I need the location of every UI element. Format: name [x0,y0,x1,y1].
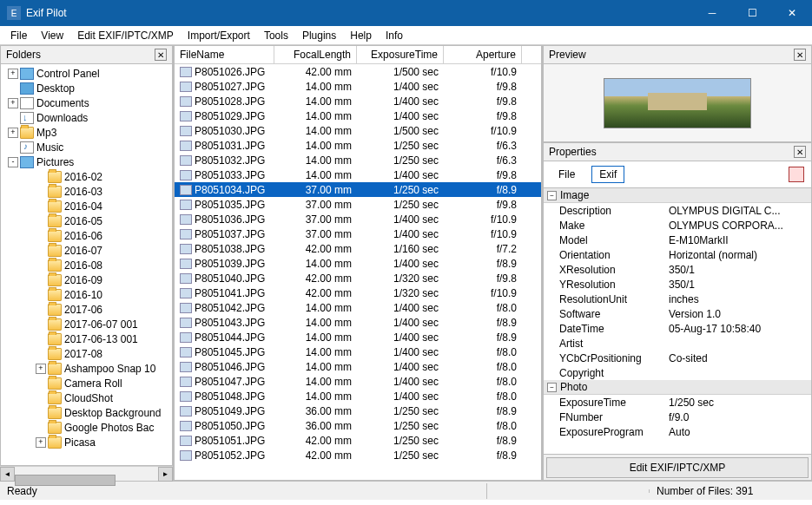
tree-item[interactable]: Downloads [1,110,172,125]
minimize-button[interactable]: ─ [692,0,732,26]
file-row[interactable]: P8051032.JPG14.00 mm1/250 secf/6.3 [175,153,541,167]
property-row[interactable]: XResolution350/1 [544,262,811,277]
folders-close-icon[interactable]: ✕ [155,49,167,61]
tree-item[interactable]: Google Photos Bac [1,420,172,435]
expand-icon[interactable]: + [8,128,18,138]
menu-import-export[interactable]: Import/Export [181,28,257,43]
property-category[interactable]: −Image [544,188,811,203]
tree-item[interactable]: Desktop Background [1,405,172,420]
file-row[interactable]: P8051036.JPG37.00 mm1/400 secf/10.9 [175,212,541,226]
expand-icon[interactable]: + [36,364,46,374]
file-row[interactable]: P8051026.JPG42.00 mm1/500 secf/10.9 [175,64,541,79]
edit-exif-button[interactable]: Edit EXIF/IPTC/XMP [546,457,809,478]
tree-item[interactable]: 2016-09 [1,272,172,287]
maximize-button[interactable]: ☐ [732,0,772,26]
property-row[interactable]: ExposureProgramAuto [544,424,811,439]
scroll-left-icon[interactable]: ◄ [0,467,15,482]
folder-tree[interactable]: +Control PanelDesktop+DocumentsDownloads… [0,64,173,466]
menu-file[interactable]: File [3,28,34,43]
expand-icon[interactable]: + [36,437,46,448]
props-tab-exif[interactable]: Exif [591,166,624,183]
tree-item[interactable]: Camera Roll [1,376,172,390]
file-row[interactable]: P8051035.JPG37.00 mm1/250 secf/9.8 [175,197,541,212]
file-row[interactable]: P8051044.JPG14.00 mm1/400 secf/8.9 [175,330,541,344]
properties-grid[interactable]: −ImageDescriptionOLYMPUS DIGITAL C...Mak… [543,187,812,455]
property-row[interactable]: ModelE-M10MarkII [544,233,811,247]
tree-item[interactable]: -Pictures [1,154,172,169]
property-row[interactable]: DateTime05-Aug-17 10:58:40 [544,321,811,336]
tree-item[interactable]: +Documents [1,95,172,110]
scroll-thumb[interactable] [15,475,116,486]
property-row[interactable]: ResolutionUnitinches [544,292,811,306]
file-row[interactable]: P8051028.JPG14.00 mm1/400 secf/9.8 [175,94,541,108]
expand-icon[interactable]: + [8,98,18,108]
col-focallength[interactable]: FocalLength [274,46,357,63]
property-row[interactable]: Copyright [544,365,811,380]
file-row[interactable]: P8051037.JPG37.00 mm1/400 secf/10.9 [175,226,541,241]
menu-tools[interactable]: Tools [257,28,295,43]
tree-item[interactable]: 2016-02 [1,169,172,184]
expand-icon[interactable]: + [8,69,18,79]
property-row[interactable]: SoftwareVersion 1.0 [544,306,811,321]
tree-item[interactable]: 2016-07 [1,243,172,258]
property-row[interactable]: FNumberf/9.0 [544,410,811,424]
property-row[interactable]: OrientationHorizontal (normal) [544,247,811,262]
tree-item[interactable]: 2016-08 [1,258,172,272]
scroll-right-icon[interactable]: ► [158,467,173,482]
property-category[interactable]: −Photo [544,380,811,395]
property-row[interactable]: Artist [544,336,811,351]
tree-item[interactable]: CloudShot [1,390,172,405]
tree-item[interactable]: Desktop [1,81,172,95]
file-row[interactable]: P8051029.JPG14.00 mm1/400 secf/9.8 [175,108,541,123]
file-row[interactable]: P8051042.JPG14.00 mm1/400 secf/8.0 [175,300,541,315]
file-row[interactable]: P8051052.JPG42.00 mm1/250 secf/8.9 [175,448,541,462]
file-row[interactable]: P8051041.JPG42.00 mm1/320 secf/10.9 [175,285,541,300]
props-options-icon[interactable] [789,167,804,182]
file-row[interactable]: P8051034.JPG37.00 mm1/250 secf/8.9 [175,182,541,197]
close-button[interactable]: ✕ [772,0,812,26]
props-tab-file[interactable]: File [551,166,583,183]
file-row[interactable]: P8051043.JPG14.00 mm1/400 secf/8.9 [175,315,541,330]
file-row[interactable]: P8051050.JPG36.00 mm1/250 secf/8.0 [175,418,541,433]
file-row[interactable]: P8051031.JPG14.00 mm1/250 secf/6.3 [175,138,541,153]
tree-item[interactable]: 2016-06 [1,228,172,243]
file-row[interactable]: P8051033.JPG14.00 mm1/400 secf/9.8 [175,167,541,182]
file-grid[interactable]: FileName FocalLength ExposureTime Apertu… [174,45,542,481]
file-row[interactable]: P8051047.JPG14.00 mm1/400 secf/8.0 [175,374,541,389]
file-row[interactable]: P8051051.JPG42.00 mm1/250 secf/8.9 [175,433,541,448]
menu-info[interactable]: Info [379,28,410,43]
col-aperture[interactable]: Aperture [444,46,522,63]
collapse-icon[interactable]: − [547,191,557,200]
tree-item[interactable]: 2017-06-07 001 [1,317,172,331]
tree-item[interactable]: 2017-08 [1,346,172,361]
property-row[interactable]: DescriptionOLYMPUS DIGITAL C... [544,203,811,218]
properties-close-icon[interactable]: ✕ [794,146,806,158]
menu-help[interactable]: Help [343,28,379,43]
file-row[interactable]: P8051038.JPG42.00 mm1/160 secf/7.2 [175,241,541,256]
menu-view[interactable]: View [34,28,70,43]
file-row[interactable]: P8051030.JPG14.00 mm1/500 secf/10.9 [175,123,541,138]
tree-item[interactable]: +Picasa [1,435,172,449]
file-row[interactable]: P8051045.JPG14.00 mm1/400 secf/8.0 [175,344,541,359]
tree-item[interactable]: 2017-06-13 001 [1,331,172,346]
file-row[interactable]: P8051039.JPG14.00 mm1/400 secf/8.9 [175,256,541,271]
file-row[interactable]: P8051046.JPG14.00 mm1/400 secf/8.0 [175,359,541,374]
tree-item[interactable]: 2017-06 [1,302,172,317]
preview-close-icon[interactable]: ✕ [794,49,806,61]
menu-plugins[interactable]: Plugins [295,28,343,43]
file-row[interactable]: P8051049.JPG36.00 mm1/250 secf/8.9 [175,403,541,418]
property-row[interactable]: ExposureTime1/250 sec [544,395,811,410]
tree-hscrollbar[interactable]: ◄ ► [0,466,173,481]
tree-item[interactable]: +Ashampoo Snap 10 [1,361,172,376]
col-filename[interactable]: FileName [175,46,274,63]
tree-item[interactable]: 2016-04 [1,199,172,213]
col-exposuretime[interactable]: ExposureTime [357,46,444,63]
file-row[interactable]: P8051040.JPG42.00 mm1/320 secf/9.8 [175,271,541,285]
menu-edit-exif-iptc-xmp[interactable]: Edit EXIF/IPTC/XMP [70,28,181,43]
collapse-icon[interactable]: − [547,383,557,392]
file-row[interactable]: P8051048.JPG14.00 mm1/400 secf/8.0 [175,389,541,403]
tree-item[interactable]: 2016-05 [1,213,172,228]
property-row[interactable]: MakeOLYMPUS CORPORA... [544,218,811,233]
tree-item[interactable]: +Mp3 [1,125,172,140]
file-row[interactable]: P8051027.JPG14.00 mm1/400 secf/9.8 [175,79,541,94]
